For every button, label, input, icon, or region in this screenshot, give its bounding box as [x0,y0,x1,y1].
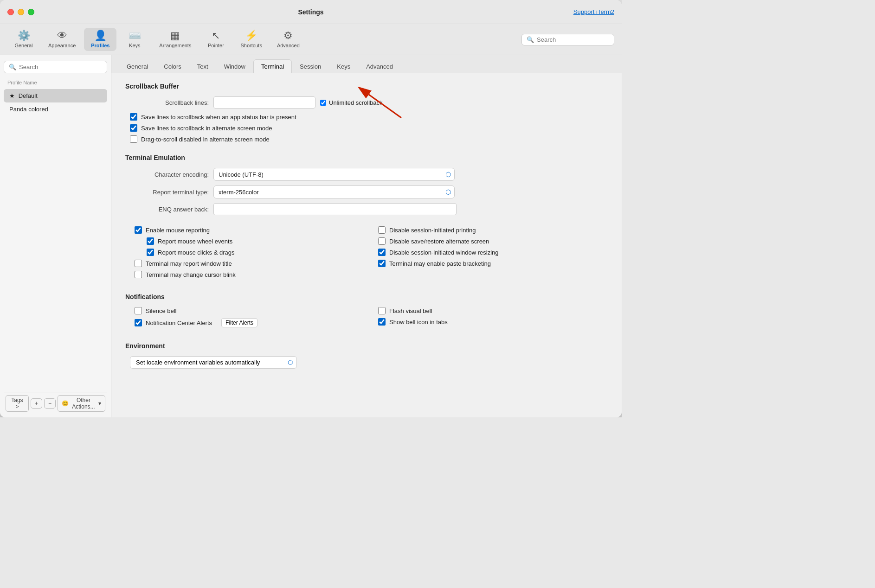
sidebar-search-box[interactable]: 🔍 [4,61,107,73]
drag-scroll-row: Drag-to-scroll disabled in alternate scr… [130,135,608,143]
enable-mouse-row: Enable mouse reporting [135,226,364,234]
unlimited-scrollback-row: Unlimited scrollback [320,99,383,106]
disable-printing-checkbox[interactable] [378,226,386,234]
terminal-report-title-label: Terminal may report window title [146,260,232,267]
char-encoding-wrapper: Unicode (UTF-8) ⬡ [213,168,455,181]
terminal-change-cursor-row: Terminal may change cursor blink [135,271,364,278]
tab-window[interactable]: Window [216,59,253,73]
unlimited-scrollback-checkbox[interactable] [320,100,326,106]
toolbar-arrangements[interactable]: ▦ Arrangements [153,28,198,51]
search-icon: 🔍 [527,36,534,43]
support-link[interactable]: Support iTerm2 [573,8,614,15]
profile-list-header: Profile Name [4,78,107,87]
profiles-icon: 👤 [94,31,107,41]
tab-terminal[interactable]: Terminal [253,59,292,73]
save-lines-alternate-row: Save lines to scrollback in alternate sc… [130,124,608,132]
mouse-reporting-grid: Enable mouse reporting Report mouse whee… [130,226,608,282]
save-lines-statusbar-checkbox[interactable] [130,113,137,121]
toolbar-appearance[interactable]: 👁 Appearance [42,28,82,51]
disable-save-restore-checkbox[interactable] [378,237,386,245]
sub-tabs: General Colors Text Window Terminal Sess… [111,55,622,73]
sidebar-footer: Tags > + − 😊 Other Actions... ▾ [4,392,107,412]
tab-keys[interactable]: Keys [329,59,358,73]
report-wheel-label: Report mouse wheel events [158,238,232,245]
profile-item-panda[interactable]: Panda colored [4,102,107,116]
report-wheel-row: Report mouse wheel events [147,237,364,245]
profile-item-default[interactable]: ★ Default [4,89,107,102]
report-terminal-select[interactable]: xterm-256color [213,185,455,198]
terminal-report-title-checkbox[interactable] [135,260,142,267]
close-button[interactable] [7,9,14,15]
save-lines-alternate-checkbox[interactable] [130,124,137,132]
toolbar-pointer[interactable]: ↖ Pointer [199,28,232,51]
set-locale-arrow-icon: ⬡ [288,359,293,366]
minimize-button[interactable] [18,9,24,15]
scrollback-lines-input[interactable] [213,96,315,109]
disable-save-restore-label: Disable save/restore alternate screen [389,238,489,245]
paste-bracketing-checkbox[interactable] [378,260,386,267]
filter-alerts-button[interactable]: Filter Alerts [221,318,257,327]
keys-icon: ⌨️ [129,31,141,41]
show-bell-icon-row: Show bell icon in tabs [378,318,608,326]
report-wheel-checkbox[interactable] [147,237,154,245]
enq-input[interactable] [213,203,457,215]
arrangements-icon: ▦ [170,31,180,41]
titlebar: Settings Support iTerm2 [0,0,622,24]
enable-mouse-checkbox[interactable] [135,226,142,234]
tags-button[interactable]: Tags > [6,395,29,412]
disable-printing-row: Disable session-initiated printing [378,226,608,234]
toolbar-search-box[interactable]: 🔍 [521,34,614,45]
silence-bell-row: Silence bell [135,307,364,314]
tab-advanced[interactable]: Advanced [358,59,401,73]
show-bell-icon-checkbox[interactable] [378,318,386,326]
tab-general[interactable]: General [119,59,156,73]
tab-colors[interactable]: Colors [156,59,189,73]
drag-scroll-label: Drag-to-scroll disabled in alternate scr… [141,136,270,143]
terminal-report-title-row: Terminal may report window title [135,260,364,267]
environment-title: Environment [125,342,608,350]
disable-window-resize-row: Disable session-initiated window resizin… [378,249,608,256]
notification-center-row: Notification Center Alerts Filter Alerts [135,318,364,327]
report-terminal-row: Report terminal type: xterm-256color ⬡ [125,185,608,198]
disable-printing-label: Disable session-initiated printing [389,227,476,234]
notifications-right: Flash visual bell Show bell icon in tabs [373,307,608,331]
notifications-section: Notifications Silence bell Notification … [125,293,608,331]
report-clicks-label: Report mouse clicks & drags [158,249,234,256]
sidebar-search-icon: 🔍 [9,64,16,70]
sidebar-search-input[interactable] [19,64,102,70]
enq-label: ENQ answer back: [125,206,209,213]
maximize-button[interactable] [28,9,34,15]
report-clicks-checkbox[interactable] [147,249,154,256]
paste-bracketing-row: Terminal may enable paste bracketing [378,260,608,267]
silence-bell-checkbox[interactable] [135,307,142,314]
scrollback-lines-label: Scrollback lines: [125,99,209,106]
general-icon: ⚙️ [18,31,30,41]
save-lines-alternate-label: Save lines to scrollback in alternate sc… [141,125,272,132]
drag-scroll-checkbox[interactable] [130,135,137,143]
toolbar-profiles[interactable]: 👤 Profiles [84,28,116,51]
char-encoding-label: Character encoding: [125,171,209,178]
char-encoding-select[interactable]: Unicode (UTF-8) [213,168,455,181]
traffic-lights [7,9,34,15]
shortcuts-icon: ⚡ [245,31,257,41]
other-actions-button[interactable]: 😊 Other Actions... ▾ [58,395,105,412]
set-locale-button[interactable]: Set locale environment variables automat… [130,356,297,369]
toolbar-general[interactable]: ⚙️ General [7,28,40,51]
scrollback-buffer-section: Scrollback Buffer Scrollback lines: Unli… [125,83,608,143]
flash-bell-checkbox[interactable] [378,307,386,314]
scrollback-title: Scrollback Buffer [125,83,608,90]
terminal-change-cursor-checkbox[interactable] [135,271,142,278]
toolbar-search-input[interactable] [537,36,609,43]
disable-window-resize-checkbox[interactable] [378,249,386,256]
toolbar-advanced[interactable]: ⚙ Advanced [270,28,306,51]
settings-content: Scrollback Buffer Scrollback lines: Unli… [111,73,622,417]
report-terminal-label: Report terminal type: [125,189,209,196]
toolbar-shortcuts[interactable]: ⚡ Shortcuts [234,28,268,51]
tab-text[interactable]: Text [189,59,216,73]
add-profile-button[interactable]: + [31,398,42,409]
tab-session[interactable]: Session [292,59,329,73]
save-lines-statusbar-label: Save lines to scrollback when an app sta… [141,114,296,121]
toolbar-keys[interactable]: ⌨️ Keys [118,28,151,51]
notification-center-checkbox[interactable] [135,319,142,326]
remove-profile-button[interactable]: − [44,398,56,409]
